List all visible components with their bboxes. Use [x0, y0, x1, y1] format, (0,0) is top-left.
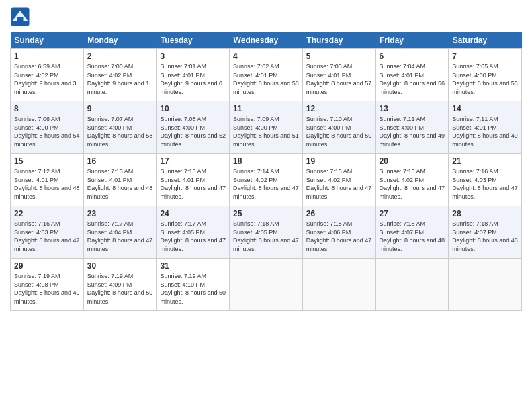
day-info: Sunrise: 7:12 AMSunset: 4:01 PMDaylight:… — [14, 167, 80, 201]
day-number: 3 — [160, 52, 226, 61]
calendar-cell: 16Sunrise: 7:13 AMSunset: 4:01 PMDayligh… — [83, 154, 157, 206]
weekday-header-sunday: Sunday — [11, 32, 84, 49]
calendar-cell: 8Sunrise: 7:06 AMSunset: 4:00 PMDaylight… — [11, 101, 84, 154]
day-info: Sunrise: 7:19 AMSunset: 4:10 PMDaylight:… — [160, 272, 226, 306]
day-number: 15 — [14, 156, 80, 166]
day-number: 23 — [87, 209, 153, 218]
day-info: Sunrise: 7:05 AMSunset: 4:00 PMDaylight:… — [452, 62, 518, 96]
day-number: 13 — [380, 104, 445, 113]
day-number: 12 — [306, 104, 372, 113]
day-info: Sunrise: 7:15 AMSunset: 4:02 PMDaylight:… — [306, 167, 372, 201]
day-info: Sunrise: 7:03 AMSunset: 4:01 PMDaylight:… — [306, 62, 372, 96]
day-number: 30 — [87, 261, 153, 271]
day-number: 11 — [233, 104, 299, 113]
day-number: 8 — [14, 104, 80, 113]
day-number: 27 — [380, 209, 445, 218]
calendar-cell — [230, 259, 303, 311]
day-info: Sunrise: 7:17 AMSunset: 4:05 PMDaylight:… — [160, 220, 226, 253]
calendar-cell — [302, 259, 375, 311]
calendar-cell — [375, 259, 449, 311]
weekday-header-wednesday: Wednesday — [230, 32, 303, 49]
calendar-cell: 26Sunrise: 7:18 AMSunset: 4:06 PMDayligh… — [302, 206, 375, 259]
calendar-table: SundayMondayTuesdayWednesdayThursdayFrid… — [10, 32, 522, 311]
calendar-cell: 6Sunrise: 7:04 AMSunset: 4:01 PMDaylight… — [375, 49, 449, 101]
day-info: Sunrise: 7:14 AMSunset: 4:02 PMDaylight:… — [233, 167, 299, 201]
calendar-container: SundayMondayTuesdayWednesdayThursdayFrid… — [0, 0, 532, 411]
day-number: 16 — [87, 156, 153, 166]
calendar-cell: 23Sunrise: 7:17 AMSunset: 4:04 PMDayligh… — [83, 206, 157, 259]
day-number: 5 — [306, 52, 372, 61]
weekday-header-saturday: Saturday — [449, 32, 522, 49]
day-info: Sunrise: 7:11 AMSunset: 4:01 PMDaylight:… — [452, 115, 518, 148]
day-info: Sunrise: 7:18 AMSunset: 4:05 PMDaylight:… — [233, 220, 299, 253]
calendar-cell: 11Sunrise: 7:09 AMSunset: 4:00 PMDayligh… — [230, 101, 303, 154]
day-info: Sunrise: 7:19 AMSunset: 4:09 PMDaylight:… — [87, 272, 153, 306]
day-number: 7 — [452, 52, 518, 61]
calendar-cell: 17Sunrise: 7:13 AMSunset: 4:01 PMDayligh… — [157, 154, 230, 206]
day-number: 6 — [380, 52, 445, 61]
calendar-week-4: 22Sunrise: 7:16 AMSunset: 4:03 PMDayligh… — [11, 206, 522, 259]
calendar-cell: 19Sunrise: 7:15 AMSunset: 4:02 PMDayligh… — [302, 154, 375, 206]
day-info: Sunrise: 7:09 AMSunset: 4:00 PMDaylight:… — [233, 115, 299, 148]
calendar-cell: 14Sunrise: 7:11 AMSunset: 4:01 PMDayligh… — [449, 101, 522, 154]
calendar-cell: 29Sunrise: 7:19 AMSunset: 4:08 PMDayligh… — [11, 259, 84, 311]
day-info: Sunrise: 7:07 AMSunset: 4:00 PMDaylight:… — [87, 115, 153, 148]
day-number: 26 — [306, 209, 372, 218]
day-number: 14 — [452, 104, 518, 113]
weekday-header-friday: Friday — [375, 32, 449, 49]
svg-rect-2 — [17, 17, 24, 22]
calendar-cell: 27Sunrise: 7:18 AMSunset: 4:07 PMDayligh… — [375, 206, 449, 259]
calendar-cell: 3Sunrise: 7:01 AMSunset: 4:01 PMDaylight… — [157, 49, 230, 101]
day-info: Sunrise: 6:59 AMSunset: 4:02 PMDaylight:… — [14, 62, 80, 96]
day-number: 2 — [87, 52, 153, 61]
day-number: 28 — [452, 209, 518, 218]
day-info: Sunrise: 7:15 AMSunset: 4:02 PMDaylight:… — [380, 167, 445, 201]
calendar-cell: 30Sunrise: 7:19 AMSunset: 4:09 PMDayligh… — [83, 259, 157, 311]
day-number: 4 — [233, 52, 299, 61]
calendar-cell: 20Sunrise: 7:15 AMSunset: 4:02 PMDayligh… — [375, 154, 449, 206]
day-info: Sunrise: 7:18 AMSunset: 4:07 PMDaylight:… — [380, 220, 445, 253]
day-number: 31 — [160, 261, 226, 271]
calendar-cell: 1Sunrise: 6:59 AMSunset: 4:02 PMDaylight… — [11, 49, 84, 101]
calendar-cell: 28Sunrise: 7:18 AMSunset: 4:07 PMDayligh… — [449, 206, 522, 259]
day-info: Sunrise: 7:18 AMSunset: 4:07 PMDaylight:… — [452, 220, 518, 253]
calendar-cell: 31Sunrise: 7:19 AMSunset: 4:10 PMDayligh… — [157, 259, 230, 311]
calendar-cell: 24Sunrise: 7:17 AMSunset: 4:05 PMDayligh… — [157, 206, 230, 259]
day-number: 25 — [233, 209, 299, 218]
calendar-cell: 25Sunrise: 7:18 AMSunset: 4:05 PMDayligh… — [230, 206, 303, 259]
day-number: 21 — [452, 156, 518, 166]
calendar-cell: 10Sunrise: 7:08 AMSunset: 4:00 PMDayligh… — [157, 101, 230, 154]
weekday-header-thursday: Thursday — [302, 32, 375, 49]
day-info: Sunrise: 7:17 AMSunset: 4:04 PMDaylight:… — [87, 220, 153, 253]
weekday-header-monday: Monday — [83, 32, 157, 49]
logo — [10, 7, 33, 27]
calendar-week-5: 29Sunrise: 7:19 AMSunset: 4:08 PMDayligh… — [11, 259, 522, 311]
day-info: Sunrise: 7:10 AMSunset: 4:00 PMDaylight:… — [306, 115, 372, 148]
day-info: Sunrise: 7:00 AMSunset: 4:02 PMDaylight:… — [87, 62, 153, 96]
day-number: 9 — [87, 104, 153, 113]
calendar-cell: 5Sunrise: 7:03 AMSunset: 4:01 PMDaylight… — [302, 49, 375, 101]
weekday-header-row: SundayMondayTuesdayWednesdayThursdayFrid… — [11, 32, 522, 49]
day-info: Sunrise: 7:16 AMSunset: 4:03 PMDaylight:… — [14, 220, 80, 253]
calendar-cell: 13Sunrise: 7:11 AMSunset: 4:00 PMDayligh… — [375, 101, 449, 154]
day-info: Sunrise: 7:18 AMSunset: 4:06 PMDaylight:… — [306, 220, 372, 253]
logo-icon — [10, 7, 30, 27]
weekday-header-tuesday: Tuesday — [157, 32, 230, 49]
calendar-cell: 18Sunrise: 7:14 AMSunset: 4:02 PMDayligh… — [230, 154, 303, 206]
calendar-body: 1Sunrise: 6:59 AMSunset: 4:02 PMDaylight… — [11, 49, 522, 311]
day-info: Sunrise: 7:04 AMSunset: 4:01 PMDaylight:… — [380, 62, 445, 96]
calendar-week-2: 8Sunrise: 7:06 AMSunset: 4:00 PMDaylight… — [11, 101, 522, 154]
day-number: 24 — [160, 209, 226, 218]
day-number: 19 — [306, 156, 372, 166]
day-info: Sunrise: 7:01 AMSunset: 4:01 PMDaylight:… — [160, 62, 226, 96]
calendar-cell: 22Sunrise: 7:16 AMSunset: 4:03 PMDayligh… — [11, 206, 84, 259]
calendar-cell: 21Sunrise: 7:16 AMSunset: 4:03 PMDayligh… — [449, 154, 522, 206]
day-number: 20 — [380, 156, 445, 166]
day-info: Sunrise: 7:19 AMSunset: 4:08 PMDaylight:… — [14, 272, 80, 306]
day-number: 22 — [14, 209, 80, 218]
day-number: 29 — [14, 261, 80, 271]
day-info: Sunrise: 7:11 AMSunset: 4:00 PMDaylight:… — [380, 115, 445, 148]
day-info: Sunrise: 7:08 AMSunset: 4:00 PMDaylight:… — [160, 115, 226, 148]
day-info: Sunrise: 7:06 AMSunset: 4:00 PMDaylight:… — [14, 115, 80, 148]
header — [10, 7, 522, 27]
